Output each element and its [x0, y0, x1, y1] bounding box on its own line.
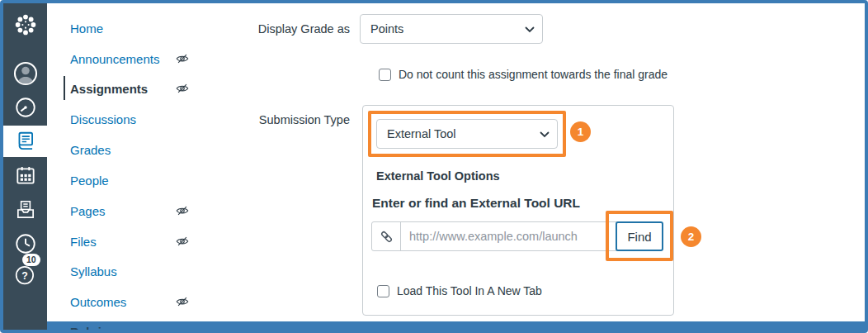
course-nav-pages[interactable]: Pages: [70, 201, 215, 221]
external-tool-url-group: [371, 221, 620, 251]
svg-text:?: ?: [21, 270, 28, 282]
dashboard-gauge-icon: [14, 96, 37, 119]
global-nav-sidebar: ? 10: [3, 3, 47, 330]
course-nav-discussions[interactable]: Discussions: [70, 109, 215, 129]
course-nav-grades[interactable]: Grades: [70, 140, 215, 159]
nav-label: Grades: [70, 143, 111, 157]
nav-label: Assignments: [70, 82, 148, 96]
load-new-tab-label: Load This Tool In A New Tab: [397, 284, 542, 297]
nav-label: Home: [70, 21, 103, 36]
step2-badge: 2: [681, 226, 701, 247]
load-new-tab-checkbox-row: Load This Tool In A New Tab: [377, 284, 542, 297]
hidden-eye-slash-icon: [175, 234, 190, 251]
sidebar-item-dashboard[interactable]: [3, 93, 47, 122]
inbox-icon: [14, 198, 37, 221]
canvas-logo[interactable]: [3, 10, 47, 40]
submission-type-select[interactable]: External Tool: [376, 119, 558, 149]
course-nav-people[interactable]: People: [70, 170, 215, 190]
omit-final-grade-label: Do not count this assignment towards the…: [399, 68, 668, 81]
course-nav-files[interactable]: Files: [70, 231, 215, 251]
omit-final-grade-checkbox-row: Do not count this assignment towards the…: [379, 68, 668, 81]
link-icon: [372, 222, 401, 250]
sidebar-item-calendar[interactable]: [3, 161, 47, 191]
help-question-icon: ?: [14, 263, 37, 286]
course-nav-home[interactable]: Home: [70, 18, 215, 38]
account-avatar-icon: [12, 59, 40, 88]
submission-type-panel: External Tool 1 External Tool Options En…: [362, 105, 674, 316]
history-clock-icon: [14, 232, 37, 255]
nav-label: Syllabus: [70, 264, 117, 278]
course-nav-syllabus[interactable]: Syllabus: [70, 261, 215, 281]
step1-badge: 1: [570, 121, 591, 142]
nav-label: Outcomes: [70, 295, 126, 309]
hidden-eye-slash-icon: [175, 81, 190, 98]
sidebar-item-courses[interactable]: [3, 126, 47, 157]
external-tool-url-heading: Enter or find an External Tool URL: [372, 196, 580, 211]
canvas-logo-icon: [12, 12, 39, 38]
course-nav-rubrics-clipped[interactable]: Rubrics: [70, 326, 115, 333]
sidebar-item-account[interactable]: [3, 59, 47, 88]
calendar-icon: [14, 164, 37, 188]
external-tool-url-input[interactable]: [401, 222, 620, 250]
hidden-eye-slash-icon: [175, 294, 190, 312]
display-grade-as-select[interactable]: Points: [360, 14, 543, 44]
display-grade-as-label: Display Grade as: [248, 22, 350, 36]
nav-label: Files: [70, 235, 97, 249]
course-nav-announcements[interactable]: Announcements: [70, 49, 215, 69]
omit-final-grade-checkbox[interactable]: [379, 69, 391, 81]
canvas-assignment-settings-window: ? 10 Home Announcements Assignments Disc…: [0, 0, 868, 333]
hidden-eye-slash-icon: [175, 51, 190, 69]
bottom-scroll-bar: [47, 321, 865, 330]
nav-label: Announcements: [70, 52, 159, 66]
sidebar-item-help[interactable]: ? 10: [3, 259, 47, 289]
hidden-eye-slash-icon: [175, 203, 190, 221]
nav-label: Pages: [70, 204, 106, 218]
nav-label: Discussions: [70, 112, 136, 126]
submission-type-label: Submission Type: [248, 113, 350, 126]
nav-label: People: [70, 174, 109, 188]
courses-book-icon: [14, 130, 37, 153]
course-nav-assignments[interactable]: Assignments: [70, 78, 215, 98]
help-unread-badge: 10: [22, 254, 40, 266]
course-nav-outcomes[interactable]: Outcomes: [70, 292, 215, 312]
external-tool-options-heading: External Tool Options: [376, 169, 500, 183]
load-new-tab-checkbox[interactable]: [377, 285, 389, 297]
find-button[interactable]: Find: [616, 221, 663, 251]
sidebar-item-inbox[interactable]: [3, 195, 47, 225]
